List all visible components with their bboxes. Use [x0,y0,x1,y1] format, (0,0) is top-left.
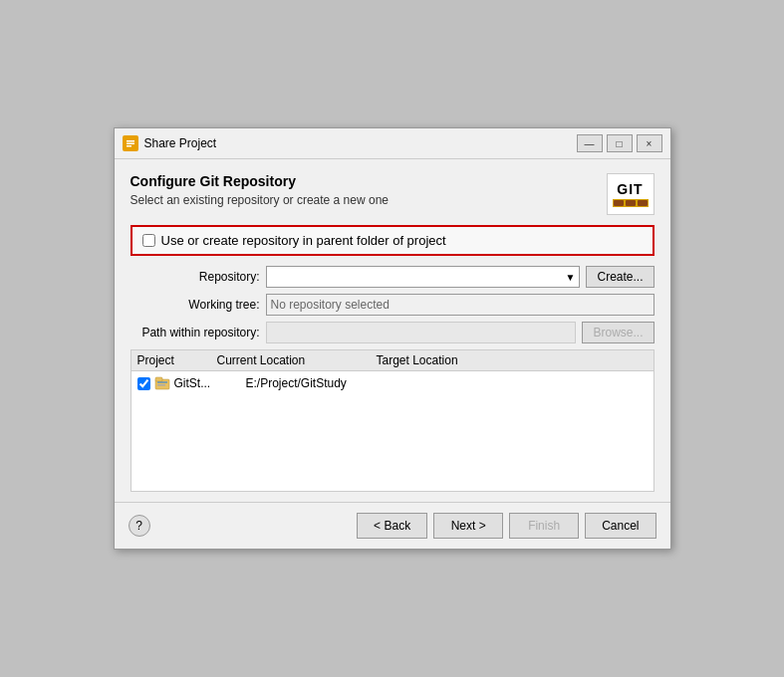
browse-button[interactable]: Browse... [582,322,653,343]
cancel-button[interactable]: Cancel [585,513,655,539]
project-table: Project Current Location Target Location [131,349,654,492]
finish-button[interactable]: Finish [509,513,579,539]
window-controls: — □ × [577,134,662,152]
table-body: GitSt... E:/Project/GitStudy [131,371,653,491]
working-tree-input [266,294,654,316]
close-button[interactable]: × [637,134,662,152]
table-row[interactable]: GitSt... E:/Project/GitStudy [131,373,653,393]
dialog-footer: ? < Back Next > Finish Cancel [115,502,670,549]
repository-label: Repository: [131,270,260,284]
create-button[interactable]: Create... [586,266,653,288]
dialog-title: Share Project [144,136,571,150]
col-current-location: Current Location [217,353,377,367]
repository-dropdown[interactable]: ▼ [266,266,581,288]
row-checkbox[interactable] [137,377,150,390]
git-logo-bar [613,199,649,207]
project-icon [154,376,170,390]
path-input [266,322,577,343]
minimize-button[interactable]: — [577,134,603,152]
parent-folder-checkbox-section: Use or create repository in parent folde… [131,225,654,256]
svg-rect-2 [127,143,134,145]
back-button[interactable]: < Back [357,513,427,539]
header-section: Configure Git Repository Select an exist… [131,173,654,215]
row-project-name: GitSt... [174,376,246,390]
path-row: Path within repository: Browse... [131,322,654,343]
working-tree-row: Working tree: [131,294,654,316]
dialog-icon [123,135,138,151]
section-title: Configure Git Repository [131,173,389,189]
dialog-content: Configure Git Repository Select an exist… [115,159,670,502]
help-button[interactable]: ? [129,515,150,537]
parent-folder-checkbox[interactable] [142,234,155,247]
svg-rect-1 [127,140,134,142]
path-label: Path within repository: [131,326,260,339]
svg-rect-3 [127,145,131,147]
git-logo-text: GIT [617,181,643,197]
repository-row: Repository: ▼ Create... [131,266,654,288]
parent-folder-label[interactable]: Use or create repository in parent folde… [161,233,446,248]
svg-rect-6 [157,381,167,383]
col-project: Project [137,353,217,367]
maximize-button[interactable]: □ [607,134,633,152]
git-logo: GIT [607,173,654,215]
title-bar: Share Project — □ × [115,128,670,159]
share-project-dialog: Share Project — □ × Configure Git Reposi… [114,127,671,550]
working-tree-label: Working tree: [131,298,260,312]
next-button[interactable]: Next > [433,513,503,539]
section-subtitle: Select an existing repository or create … [131,193,389,207]
header-text: Configure Git Repository Select an exist… [131,173,389,207]
svg-rect-5 [155,377,162,381]
footer-buttons: < Back Next > Finish Cancel [357,513,655,539]
table-header: Project Current Location Target Location [131,350,653,371]
svg-rect-7 [157,384,165,386]
col-target-location: Target Location [377,353,496,367]
row-current-location: E:/Project/GitStudy [246,376,405,390]
dropdown-arrow-icon: ▼ [566,272,576,283]
